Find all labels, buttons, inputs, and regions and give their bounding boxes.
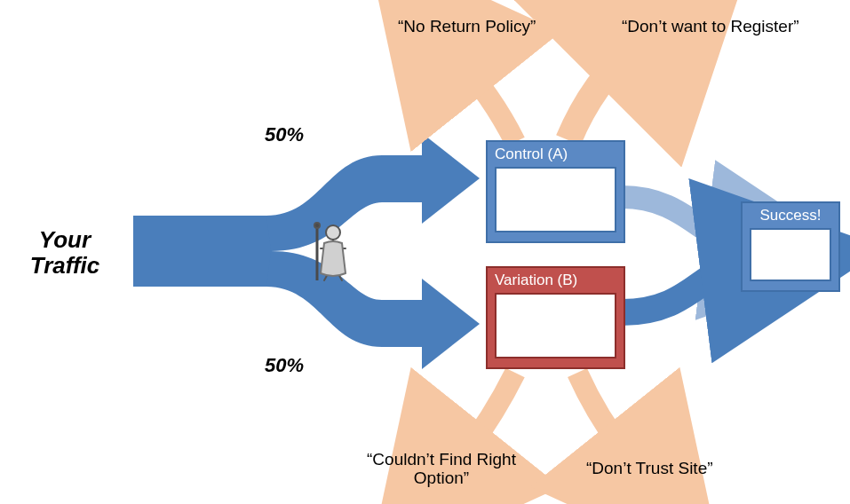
control-title: Control (A)	[488, 142, 624, 167]
flow-svg	[0, 0, 850, 504]
ab-test-diagram: { "traffic_label": "Your Traffic", "spli…	[0, 0, 850, 504]
traffic-label: Your Traffic	[7, 227, 123, 278]
dropoff-arrows	[462, 49, 631, 457]
variation-box: Variation (B)	[486, 266, 625, 369]
split-bottom-label: 50%	[265, 355, 304, 376]
split-top-label: 50%	[265, 124, 304, 146]
traffic-split-arrow	[133, 133, 480, 369]
to-success-arrows	[622, 197, 737, 312]
variation-title: Variation (B)	[488, 268, 624, 293]
variation-preview	[495, 293, 616, 358]
svg-point-0	[326, 225, 340, 240]
svg-point-2	[314, 223, 320, 228]
control-box: Control (A)	[486, 140, 625, 243]
dropoff-variation-right: “Don’t Trust Site”	[586, 460, 713, 478]
success-title: Success!	[743, 203, 838, 228]
dropoff-variation-left: “Couldn’t Find Right Option”	[366, 451, 517, 488]
dropoff-control-right: “Don’t want to Register”	[622, 18, 799, 36]
dropoff-control-left: “No Return Policy”	[398, 18, 536, 36]
success-box: Success!	[741, 201, 840, 292]
control-preview	[495, 167, 616, 232]
success-preview	[750, 228, 831, 281]
